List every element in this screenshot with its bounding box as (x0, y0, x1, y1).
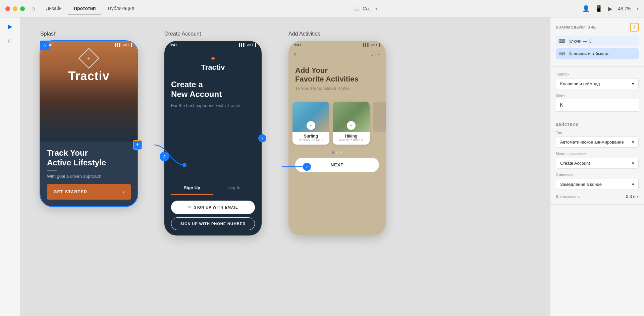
easing-select[interactable]: Замедление в конце ▾ (556, 179, 639, 190)
create-account-container: Create Account 9:41 ▌▌▌WiFi▐ (164, 31, 262, 235)
hiking-name: Hiking (335, 134, 367, 139)
signup-email-button[interactable]: ✉ SIGN UP WITH EMAIL (171, 201, 255, 214)
create-logo-icon: ✦ (210, 54, 216, 63)
activities-heading: Add Your Favorite Activities (295, 66, 379, 84)
splash-bottom: Track Your Active Lifestyle With goal a … (40, 142, 138, 206)
destination-select[interactable]: Create Account ▾ (556, 158, 639, 169)
splash-brand: Tractiv (68, 69, 109, 83)
create-brand: Tractiv (201, 63, 225, 72)
tab-prototype[interactable]: Прототип (68, 3, 101, 14)
topbar: ⌂ Дизайн Прототип Публикация ☁️ Co... ▾ … (0, 0, 644, 17)
action-title: ДЕЙСТВИЕ (556, 122, 639, 126)
interaction-item-gamepad[interactable]: ⌨ Клавиши и геймпад (556, 48, 639, 59)
arrow-to-screen3: › (258, 134, 266, 142)
trigger-label: Триггер (556, 72, 639, 76)
home-icon[interactable]: ⌂ (32, 5, 35, 12)
interaction-section: ВЗАИМОДЕЙСТВИЕ + ⌨ Ключи — К ⌨ Клавиши и… (550, 17, 644, 67)
duration-label: Длительность (556, 195, 580, 199)
activities-status-bar: 9:41 ▌▌▌WiFi▐ (288, 41, 386, 49)
email-icon: ✉ (188, 205, 191, 210)
signup-phone-label: SIGN UP WITH PHONE NUMBER (180, 222, 246, 226)
surfing-info: Surfing OCEAN BEACH (292, 132, 329, 145)
trigger-select[interactable]: Клавиши и геймпад ▾ (556, 78, 639, 89)
maximize-button[interactable] (20, 6, 25, 11)
user-icon[interactable]: 👤 (582, 5, 590, 12)
create-heading: Create a New Account (171, 80, 255, 99)
create-account-phone-wrapper: 9:41 ▌▌▌WiFi▐ ✦ Tractiv (164, 41, 262, 235)
play-icon[interactable]: ▶ (608, 5, 612, 12)
get-started-arrow-icon: › (122, 189, 124, 195)
minimize-button[interactable] (13, 6, 17, 11)
activities-body: Add Your Favorite Activities To Your Per… (288, 61, 386, 96)
dot-3 (340, 151, 342, 154)
type-value: Автоматическое анимирование (560, 140, 624, 145)
tab-publish[interactable]: Публикация (103, 3, 140, 14)
create-subtitle: For the best experience with Tractiv (171, 103, 255, 109)
duration-row: Длительность 0.3 с ▾ (556, 194, 639, 199)
project-dropdown-icon[interactable]: ▾ (375, 6, 377, 11)
create-account-tabs: Sign Up Log In (171, 181, 255, 195)
cursor-tool-icon[interactable]: ▶ (8, 23, 12, 30)
interaction-title: ВЗАИМОДЕЙСТВИЕ (556, 25, 596, 29)
tab-design[interactable]: Дизайн (41, 3, 67, 14)
logo-plus-icon: + (87, 55, 91, 62)
splash-phone-wrapper: ⌂ 9:41 ▌▌▌ (40, 41, 138, 206)
surfing-icon-badge: ⌖ (307, 121, 315, 130)
activities-cards: ⌖ Surfing OCEAN BEACH (288, 96, 386, 150)
splash-divider (47, 170, 57, 171)
signup-phone-button[interactable]: SIGN UP WITH PHONE NUMBER (171, 217, 255, 230)
device-icon[interactable]: 📱 (595, 5, 602, 12)
topbar-right: 👤 📱 ▶ 48.7% ▾ (582, 5, 639, 12)
create-logo-area: ✦ Tractiv (164, 49, 262, 74)
logo-diamond: + (78, 48, 99, 69)
zoom-dropdown-icon[interactable]: ▾ (637, 6, 639, 11)
create-account-phone[interactable]: 9:41 ▌▌▌WiFi▐ ✦ Tractiv (164, 41, 262, 235)
zoom-level[interactable]: 48.7% (618, 6, 631, 11)
search-icon[interactable]: ⌕ (8, 37, 12, 44)
keyboard-icon-2: ⌨ (558, 51, 565, 56)
tab-signup[interactable]: Sign Up (171, 181, 213, 195)
easing-value: Замедление в конце (560, 182, 602, 187)
hiking-card[interactable]: ⌖ Hiking FARMLY FINED (333, 102, 370, 145)
next-button[interactable]: NEXT (295, 158, 379, 172)
activities-nav: ‹ SKIP (288, 49, 386, 61)
add-activities-phone[interactable]: 9:41 ▌▌▌WiFi▐ ‹ SKIP (288, 41, 386, 235)
create-time: 9:41 (170, 43, 177, 47)
destination-dropdown-icon: ▾ (632, 161, 634, 166)
create-status-bar: 9:41 ▌▌▌WiFi▐ (164, 41, 262, 49)
trigger-section: Триггер Клавиши и геймпад ▾ Ключ (550, 67, 644, 117)
keyboard-icon-1: ⌨ (558, 38, 565, 44)
get-started-button[interactable]: GET STARTED › (47, 184, 131, 200)
back-icon[interactable]: ‹ (294, 50, 296, 58)
extra-card (373, 102, 386, 145)
get-started-label: GET STARTED (54, 190, 87, 194)
canvas-area[interactable]: Splash ⌂ (20, 17, 550, 316)
cloud-icon: ☁️ (353, 5, 360, 12)
add-interaction-button[interactable]: + (630, 23, 639, 32)
key-input[interactable] (556, 99, 639, 111)
home-screen-badge: ⌂ (40, 41, 49, 50)
skip-button[interactable]: SKIP (370, 52, 380, 57)
screens-row: Splash ⌂ (40, 31, 530, 235)
easing-dropdown-icon: ▾ (632, 182, 634, 187)
duration-value: 0.3 с (626, 194, 635, 199)
interaction-trigger-button[interactable]: + (133, 140, 142, 150)
tab-nav: Дизайн Прототип Публикация (41, 3, 140, 14)
destination-value: Create Account (560, 161, 590, 166)
close-button[interactable] (5, 6, 10, 11)
activities-subtitle: To Your Personalized Profile (295, 86, 379, 91)
create-status-icons: ▌▌▌WiFi▐ (239, 43, 256, 47)
duration-dropdown-icon[interactable]: ▾ (637, 194, 639, 199)
interaction-item-keys[interactable]: ⌨ Ключи — К (556, 36, 639, 46)
dot-2 (336, 151, 338, 154)
action-section: ДЕЙСТВИЕ Тип Автоматическое анимирование… (550, 117, 644, 205)
tab-login[interactable]: Log In (213, 181, 255, 195)
key-label: Ключ (556, 93, 639, 97)
dot-1 (332, 151, 334, 154)
type-select[interactable]: Автоматическое анимирование ▾ (556, 137, 639, 148)
create-buttons: ✉ SIGN UP WITH EMAIL SIGN UP WITH PHONE … (164, 195, 262, 235)
surfing-card[interactable]: ⌖ Surfing OCEAN BEACH (292, 102, 329, 145)
splash-phone[interactable]: 9:41 ▌▌▌ WiFi ▐ (40, 41, 138, 206)
activities-time: 9:41 (294, 43, 301, 47)
project-info: ☁️ Co... ▾ (148, 5, 582, 12)
